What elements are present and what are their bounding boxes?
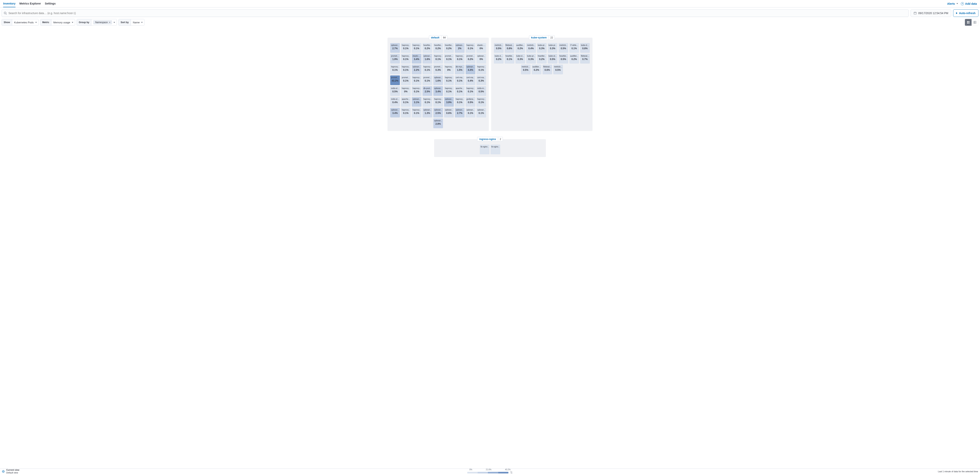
pod-tile[interactable]: lb-nginx… (480, 145, 489, 154)
pod-tile[interactable]: opbean…0.1% (466, 108, 475, 118)
alerts-dropdown[interactable]: Alerts (947, 2, 958, 5)
search-input[interactable] (8, 11, 907, 15)
pod-tile[interactable]: metricb…0.5% (494, 43, 504, 53)
pod-tile[interactable]: cert-ma…0.3% (476, 75, 486, 85)
pod-tile[interactable]: kube-st…0.5% (548, 54, 557, 64)
pod-tile[interactable]: elastic-…0% (476, 43, 486, 53)
pod-tile[interactable]: opbean…4.4% (466, 65, 475, 74)
pod-tile[interactable]: haproxy…0.1% (455, 97, 465, 107)
pod-tile[interactable]: grafana…0.5% (466, 97, 475, 107)
pod-tile[interactable]: haproxy…0.1% (412, 75, 422, 85)
pod-tile[interactable]: promet…0.1% (444, 54, 454, 64)
table-view-button[interactable] (972, 19, 978, 26)
pod-tile[interactable]: heartbe…0.5% (558, 54, 568, 64)
pod-tile[interactable]: kube-d…0.2% (494, 54, 504, 64)
pod-tile[interactable]: metricb…0.5% (558, 43, 568, 53)
tab-settings[interactable]: Settings (45, 0, 56, 7)
pod-tile[interactable]: kube-pr…0.3% (548, 43, 557, 53)
pod-tile[interactable]: promet…0.1% (401, 75, 410, 85)
pod-tile[interactable]: haproxy…0.1% (476, 65, 486, 74)
pod-tile[interactable]: kube-d…0.8% (580, 43, 590, 53)
pod-tile[interactable]: filebeat…0.7% (580, 54, 590, 64)
pod-tile[interactable]: haproxy…0% (401, 86, 410, 96)
pod-tile[interactable]: opbean…2.7% (455, 108, 465, 118)
pod-tile[interactable]: haproxy…0.1% (401, 108, 410, 118)
pod-tile[interactable]: haproxy…0.1% (423, 97, 432, 107)
pod-tile[interactable]: haproxy…0.1% (401, 43, 410, 53)
pod-tile[interactable]: haproxy…0.1% (412, 86, 422, 96)
date-picker[interactable]: 09/17/2020 12:54:54 PM (911, 10, 951, 17)
pod-tile[interactable]: haproxy…0.1% (412, 43, 422, 53)
grid-view-button[interactable] (965, 19, 972, 26)
pod-tile[interactable]: promet…1.9% (390, 54, 400, 64)
pod-tile[interactable]: db-post…2.5% (423, 86, 432, 96)
pod-tile[interactable]: metricb…0.5% (521, 65, 531, 74)
pod-tile[interactable]: haproxy…0.1% (423, 65, 432, 74)
pod-tile[interactable]: haproxy…0.1% (433, 97, 443, 107)
pod-tile[interactable]: kube-d…0.3% (515, 54, 525, 64)
pod-tile[interactable]: auditbe…0.2% (515, 43, 525, 53)
pod-tile[interactable]: opbean…2.2% (412, 65, 422, 74)
pod-tile[interactable]: opbean…1.3% (423, 108, 432, 118)
pod-tile[interactable]: promet…0.2% (466, 54, 475, 64)
pod-tile[interactable]: promet…0.1% (423, 75, 432, 85)
pod-tile[interactable]: elastic-…3.4% (412, 54, 422, 64)
pod-tile[interactable]: promet…0.3% (433, 65, 443, 74)
group-name-link[interactable]: kube-system (529, 35, 549, 40)
pod-tile[interactable]: opbean…0.1% (476, 108, 486, 118)
pod-tile[interactable]: heartbe…0.2% (537, 54, 547, 64)
close-icon[interactable]: ✕ (109, 21, 111, 24)
pod-tile[interactable]: opbean…0.6% (444, 108, 454, 118)
pod-tile[interactable]: cert-ma…0.1% (455, 75, 465, 85)
pod-tile[interactable]: opbean…1.6% (423, 54, 432, 64)
pod-tile[interactable]: haproxy…0.1% (401, 65, 410, 74)
pod-tile[interactable]: filebeat…0.6% (542, 65, 552, 74)
group-name-link[interactable]: default (429, 35, 442, 40)
pod-tile[interactable]: haproxy…0.1% (466, 86, 475, 96)
pod-tile[interactable]: cert-ma…0.4% (466, 75, 475, 85)
pod-tile[interactable]: kube-pr…0.3% (526, 54, 536, 64)
pod-tile[interactable]: metricb…0.5% (553, 65, 563, 74)
pod-tile[interactable]: metricb…0.4% (526, 43, 536, 53)
pod-tile[interactable]: haproxy…0% (444, 65, 454, 74)
pod-tile[interactable]: redis-m…0.5% (476, 86, 486, 96)
pod-tile[interactable]: opbean…2.7% (390, 43, 400, 53)
pod-tile[interactable]: auditbe…0.2% (532, 65, 541, 74)
pod-tile[interactable]: apache…0.1% (401, 97, 410, 107)
pod-tile[interactable]: promet…43.2% (390, 75, 400, 85)
pod-tile[interactable]: apache…0.1% (455, 86, 465, 96)
pod-tile[interactable]: opbean…3.1% (412, 97, 422, 107)
pod-tile[interactable]: heartbe…0.1% (505, 54, 514, 64)
pod-tile[interactable]: db-mys…1.5% (455, 65, 465, 74)
pod-tile[interactable]: redis-sl…0.4% (390, 97, 400, 107)
pod-tile[interactable]: haproxy…0.1% (433, 54, 443, 64)
pod-tile[interactable]: opbean…3.4% (390, 108, 400, 118)
pod-tile[interactable]: haproxy…0.1% (444, 75, 454, 85)
pod-tile[interactable]: opbean…2.8% (433, 119, 443, 128)
pod-tile[interactable]: heartbe…0.2% (444, 43, 454, 53)
pod-tile[interactable]: haproxy…0.1% (444, 86, 454, 96)
pod-tile[interactable]: filebeat…0.8% (505, 43, 514, 53)
add-data-button[interactable]: + Add data (961, 2, 977, 5)
group-name-link[interactable]: ingress-nginx (477, 137, 498, 141)
pod-tile[interactable]: haproxy…0.1% (455, 54, 465, 64)
pod-tile[interactable]: haproxy…0.1% (476, 97, 486, 107)
tab-metrics-explorer[interactable]: Metrics Explorer (19, 0, 41, 7)
pod-tile[interactable]: lb-nginx… (491, 145, 500, 154)
pod-tile[interactable]: opbean…3.4% (433, 86, 443, 96)
pod-tile[interactable]: haproxy…0.1% (466, 43, 475, 53)
pod-tile[interactable]: opbean…2.5% (433, 108, 443, 118)
pod-tile[interactable]: haproxy…0.1% (412, 108, 422, 118)
auto-refresh-button[interactable]: Auto-refresh (953, 10, 978, 17)
show-selector[interactable]: Kubernetes Pods (12, 19, 38, 25)
pod-tile[interactable]: auditbe…0.2% (570, 54, 579, 64)
pod-tile[interactable]: redis-sl…0.5% (390, 86, 400, 96)
pod-tile[interactable]: l7-defa…0.1% (570, 43, 579, 53)
pod-tile[interactable]: heartbe…0.2% (423, 43, 432, 53)
pod-tile[interactable]: haproxy…0.1% (401, 54, 410, 64)
pod-tile[interactable]: heartbe…0.2% (433, 43, 443, 53)
pod-tile[interactable]: opbean…0% (476, 54, 486, 64)
pod-tile[interactable]: opbean…1.6% (433, 75, 443, 85)
sortby-selector[interactable]: Name (131, 19, 145, 25)
metric-selector[interactable]: Memory usage (51, 19, 75, 25)
